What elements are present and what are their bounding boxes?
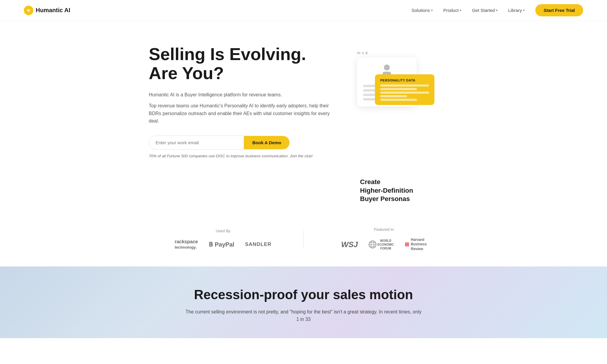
wef-logo: WORLDECONOMICFORUM <box>369 239 394 250</box>
yellow-card-line <box>380 84 429 87</box>
wsj-logo: WSJ <box>341 240 358 249</box>
nav-solutions[interactable]: Solutions ▾ <box>412 8 433 13</box>
used-by-label: Used By <box>216 229 230 233</box>
yellow-card-line <box>380 92 429 94</box>
sandler-logo: SANDLER <box>245 241 271 247</box>
bottom-desc: The current selling environment is not p… <box>184 308 423 323</box>
chevron-down-icon: ▾ <box>496 9 498 12</box>
start-free-trial-button[interactable]: Start Free Trial <box>535 4 583 16</box>
hero-info-title: Create Higher-Definition Buyer Personas <box>360 178 413 203</box>
yellow-card-lines <box>380 84 429 101</box>
hero-title: Selling Is Evolving. Are You? <box>149 45 339 83</box>
logos-row: Used By rackspacetechnology. 𝔹 PayPal SA… <box>149 227 458 252</box>
used-by-logos: rackspacetechnology. 𝔹 PayPal SANDLER <box>175 239 272 250</box>
yellow-card-line <box>380 99 417 101</box>
featured-in-logos: WSJ WORLDECONOMICFORUM ⊞ HarvardBusiness… <box>341 238 427 252</box>
svg-point-3 <box>384 65 390 70</box>
bottom-title: Recession-proof your sales motion <box>24 287 583 302</box>
wef-icon <box>369 241 376 248</box>
chevron-down-icon: ▾ <box>523 9 525 12</box>
used-by-group: Used By rackspacetechnology. 𝔹 PayPal SA… <box>149 229 298 250</box>
hero-info-box: Create Higher-Definition Buyer Personas <box>360 178 413 203</box>
nav-product[interactable]: Product ▾ <box>443 8 461 13</box>
card-label: nr c d <box>357 51 368 55</box>
logo-icon <box>24 6 33 15</box>
featured-in-label: Featured In <box>374 227 394 232</box>
yellow-card-title: PERSONALITY DATA <box>380 79 429 82</box>
chevron-down-icon: ▾ <box>431 9 433 12</box>
email-form: Book A Demo <box>149 136 339 150</box>
hero-desc-1: Humantic AI is a Buyer Intelligence plat… <box>149 91 339 99</box>
hero-desc-2: Top revenue teams use Humantic's Persona… <box>149 102 339 125</box>
rackspace-logo: rackspacetechnology. <box>175 239 198 250</box>
email-input[interactable] <box>149 136 244 150</box>
featured-in-group: Featured In WSJ WORLDECONOMICFORUM ⊞ Har… <box>310 227 459 252</box>
svg-point-2 <box>28 10 29 11</box>
logos-divider <box>304 230 304 248</box>
logos-section: Used By rackspacetechnology. 𝔹 PayPal SA… <box>125 221 482 266</box>
bottom-section: Recession-proof your sales motion The cu… <box>0 266 607 338</box>
nav-get-started[interactable]: Get Started ▾ <box>472 8 498 13</box>
hbr-logo: ⊞ HarvardBusinessReview <box>405 238 427 252</box>
yellow-card-line <box>380 88 417 90</box>
yellow-card-line <box>380 95 407 97</box>
navbar: Humantic AI Solutions ▾ Product ▾ Get St… <box>0 0 607 21</box>
hero-section: Selling Is Evolving. Are You? Humantic A… <box>125 21 482 221</box>
nav-library[interactable]: Library ▾ <box>508 8 525 13</box>
paypal-logo: 𝔹 PayPal <box>209 241 234 248</box>
chevron-down-icon: ▾ <box>460 9 461 12</box>
hero-left: Selling Is Evolving. Are You? Humantic A… <box>149 45 339 158</box>
hero-note: 70% of all Fortune 500 companies use DIS… <box>149 154 339 158</box>
logo[interactable]: Humantic AI <box>24 6 70 15</box>
nav-links: Solutions ▾ Product ▾ Get Started ▾ Libr… <box>412 4 583 16</box>
book-demo-button[interactable]: Book A Demo <box>244 136 290 149</box>
yellow-personality-card: PERSONALITY DATA <box>375 74 434 105</box>
hero-right: nr c d PERSONALITY DATA <box>357 51 458 203</box>
logo-text: Humantic AI <box>36 7 70 14</box>
